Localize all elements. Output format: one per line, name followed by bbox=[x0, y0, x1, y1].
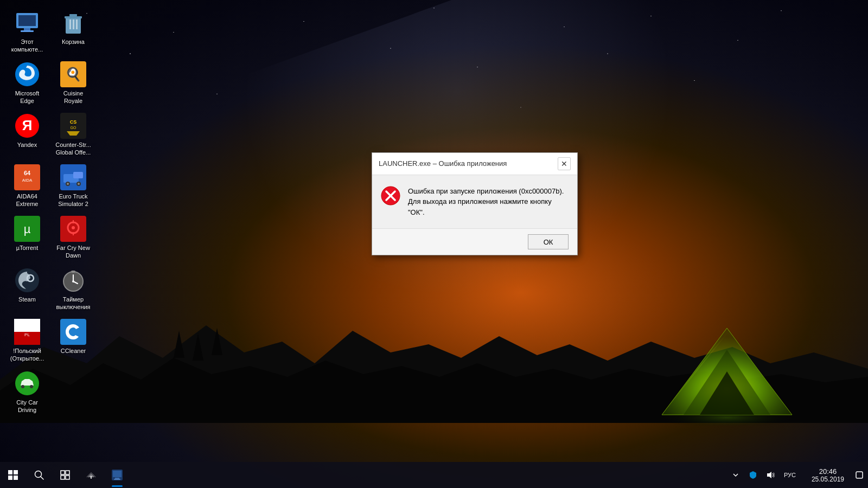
dialog-title: LAUNCHER.exe – Ошибка приложения bbox=[379, 159, 507, 168]
systray-language[interactable]: РУС bbox=[780, 467, 800, 483]
taskbar-app-network[interactable] bbox=[78, 462, 104, 488]
svg-line-64 bbox=[41, 477, 43, 479]
start-button[interactable] bbox=[0, 462, 26, 488]
svg-rect-72 bbox=[115, 478, 119, 479]
svg-marker-74 bbox=[767, 472, 771, 478]
svg-rect-67 bbox=[61, 476, 65, 479]
search-button[interactable] bbox=[26, 462, 52, 488]
systray-chevron[interactable] bbox=[728, 467, 743, 483]
systray-volume[interactable] bbox=[763, 467, 778, 483]
task-view-button[interactable] bbox=[52, 462, 78, 488]
svg-rect-73 bbox=[114, 479, 120, 480]
systray-defender[interactable] bbox=[745, 467, 761, 483]
svg-rect-75 bbox=[856, 472, 863, 478]
svg-point-69 bbox=[91, 477, 92, 478]
error-dialog: LAUNCHER.exe – Ошибка приложения ✕ Ошибк… bbox=[372, 152, 578, 256]
taskbar-app-launcher[interactable] bbox=[104, 462, 130, 488]
error-icon bbox=[381, 186, 400, 208]
svg-rect-66 bbox=[66, 471, 69, 474]
svg-rect-65 bbox=[61, 471, 65, 474]
dialog-body: Ошибка при запуске приложения (0xc000007… bbox=[372, 175, 577, 229]
clock-date: 25.05.2019 bbox=[812, 476, 844, 483]
notification-button[interactable] bbox=[851, 462, 868, 488]
taskbar-pinned-apps bbox=[78, 462, 723, 488]
dialog-titlebar: LAUNCHER.exe – Ошибка приложения ✕ bbox=[372, 153, 577, 175]
svg-rect-68 bbox=[66, 476, 69, 479]
taskbar-clock[interactable]: 20:46 25.05.2019 bbox=[805, 467, 851, 483]
clock-time: 20:46 bbox=[819, 467, 837, 476]
dialog-ok-button[interactable]: ОК bbox=[528, 234, 569, 249]
dialog-footer: ОК bbox=[372, 228, 577, 255]
dialog-close-button[interactable]: ✕ bbox=[558, 157, 571, 170]
dialog-overlay: LAUNCHER.exe – Ошибка приложения ✕ Ошибк… bbox=[0, 0, 868, 462]
systray: РУС bbox=[723, 467, 805, 483]
dialog-message: Ошибка при запуске приложения (0xc000007… bbox=[408, 186, 569, 218]
svg-rect-71 bbox=[113, 471, 122, 477]
taskbar: РУС 20:46 25.05.2019 bbox=[0, 462, 868, 488]
desktop: Этот компьюте... Корзина bbox=[0, 0, 868, 488]
